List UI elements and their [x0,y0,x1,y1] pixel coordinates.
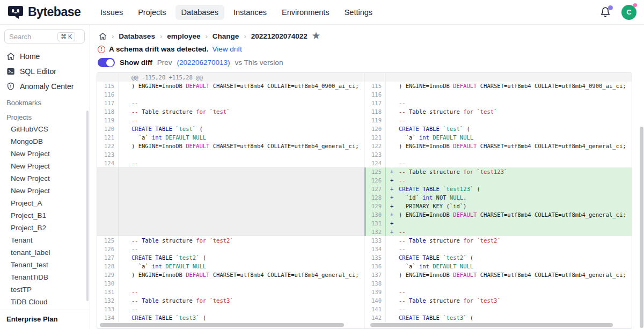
main-content: ›Databases›employee›Change›2022120207402… [90,25,644,329]
line-content: CREATE TABLE `test3` ( [386,313,632,322]
breadcrumb-item[interactable]: 20221202074022 [251,32,308,40]
breadcrumb-item[interactable]: employee [167,32,200,40]
line-number: 134 [97,313,119,322]
sidebar-scrollbar[interactable] [86,111,89,301]
nav-item-issues[interactable]: Issues [94,5,129,20]
project-item[interactable]: Project_B2 [0,222,90,234]
breadcrumb: ›Databases›employee›Change›2022120207402… [97,32,632,40]
schema-drift-alert: ! A schema drift was detected. View drif… [97,45,632,53]
diff-line: 123 [97,150,364,159]
nav-item-projects[interactable]: Projects [132,5,172,20]
diff-add-marker: + [390,185,393,193]
nav-item-environments[interactable]: Environments [276,5,335,20]
breadcrumb-item[interactable]: Databases [119,32,155,40]
diff-line: 133-- Table structure for `test2` [364,236,632,245]
project-item[interactable]: New Project [0,185,90,197]
search-input[interactable] [9,33,55,41]
diff-line-added: 132+-- [364,228,632,236]
line-number: 133 [97,305,119,313]
line-content: -- Table structure for `test` [119,107,364,116]
diff-line: 138 [364,279,632,288]
search-box[interactable]: ⌘ K [4,30,85,43]
horizontal-scrollbar[interactable] [100,323,344,327]
line-content: @@ -115,20 +115,28 @@ [119,73,364,82]
breadcrumb-separator: › [206,32,208,40]
show-diff-toggle[interactable] [98,58,115,67]
line-content: CREATE TABLE `test2` ( [119,253,364,262]
diff-line: 133-- [97,305,364,313]
line-number: 141 [364,305,386,313]
nav-item-settings[interactable]: Settings [339,5,378,20]
project-item[interactable]: New Project [0,160,90,172]
view-drift-link[interactable]: View drift [213,45,242,53]
project-item[interactable]: testTP [0,283,90,296]
diff-line: 130 [97,279,364,288]
line-content: + [386,219,632,228]
diff-viewer: @@ -115,20 +115,28 @@115) ENGINE=InnoDB … [97,72,632,329]
line-content: -- [119,245,364,253]
breadcrumb-item[interactable]: Change [213,32,239,40]
sidebar-item-anomaly-center[interactable]: Anomaly Center [0,79,90,94]
user-avatar[interactable]: C [621,5,636,20]
line-number [364,73,386,82]
diff-line-added: 127+CREATE TABLE `test123` ( [364,185,632,193]
line-content: -- [386,305,632,313]
line-content: ) ENGINE=InnoDB DEFAULT CHARSET=utf8mb4 … [119,82,364,90]
diff-line: 134-- [364,245,632,253]
line-content [386,90,632,99]
prev-version-link[interactable]: (202206270013) [177,59,230,67]
project-item[interactable]: TiDB Cloud [0,296,90,308]
diff-line [364,73,632,82]
vertical-scrollbar[interactable] [640,127,643,328]
project-item[interactable]: Tenant_test [0,259,90,271]
line-content: -- [386,245,632,253]
toggle-knob [106,59,114,67]
primary-nav: IssuesProjectsDatabasesInstancesEnvironm… [94,5,378,20]
line-content: +-- [386,176,632,185]
project-item[interactable]: MongoDB [0,135,90,148]
project-item[interactable]: Project_A [0,197,90,209]
diff-line: 132-- Table structure for `test3` [97,296,364,305]
line-content: -- [386,159,632,167]
line-content: `a` int DEFAULT NULL [386,262,632,270]
bytebase-logo[interactable]: Bytebase [8,4,80,20]
project-item[interactable]: GitHubVCS [0,123,90,135]
horizontal-scrollbar[interactable] [370,323,613,327]
notifications-button[interactable] [600,6,612,18]
line-content: -- Table structure for `test3` [119,296,364,305]
line-number: 133 [364,236,386,245]
line-number: 124 [97,159,119,167]
line-content: CREATE TABLE `test` ( [119,125,364,133]
line-content: -- [119,116,364,125]
line-content: + `id` int NOT NULL, [386,193,632,202]
diff-line: 139-- [364,288,632,296]
project-item[interactable]: TenantTiDB [0,271,90,283]
diff-line: 135CREATE TABLE `test2` ( [364,253,632,262]
diff-pane-current[interactable]: 115) ENGINE=InnoDB DEFAULT CHARSET=utf8m… [364,73,632,328]
nav-item-instances[interactable]: Instances [228,5,273,20]
line-number: 137 [364,270,386,279]
diff-line: 137) ENGINE=InnoDB DEFAULT CHARSET=utf8m… [364,270,632,279]
diff-line: 115) ENGINE=InnoDB DEFAULT CHARSET=utf8m… [97,82,364,90]
project-item[interactable]: Tenant [0,234,90,246]
line-content: -- Table structure for `test2` [386,236,632,245]
home-icon[interactable] [99,32,107,40]
terminal-icon [6,67,15,76]
line-number: 115 [364,82,386,90]
line-content: -- [386,99,632,107]
project-item[interactable]: Project_B1 [0,209,90,222]
diff-line: 122) ENGINE=InnoDB DEFAULT CHARSET=utf8m… [364,142,632,150]
project-item[interactable]: tenant_label [0,246,90,259]
project-item[interactable]: New Project [0,172,90,185]
sidebar-item-home[interactable]: Home [0,49,90,64]
bookmark-star-icon[interactable]: ★ [312,32,320,40]
diff-line-added: 130+) ENGINE=InnoDB DEFAULT CHARSET=utf8… [364,210,632,219]
sidebar-item-sql-editor[interactable]: SQL Editor [0,64,90,79]
line-number: 121 [364,133,386,142]
line-content: CREATE TABLE `test3` ( [119,313,364,322]
diff-pane-previous[interactable]: @@ -115,20 +115,28 @@115) ENGINE=InnoDB … [97,73,364,328]
diff-line: 118-- Table structure for `test` [97,107,364,116]
project-item[interactable]: New Project [0,148,90,160]
diff-line-added: 129+ PRIMARY KEY (`id`) [364,202,632,210]
nav-item-databases[interactable]: Databases [175,5,224,20]
